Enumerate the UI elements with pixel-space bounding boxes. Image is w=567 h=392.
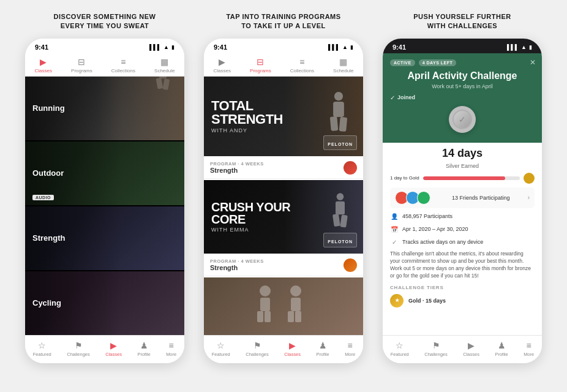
progress-track — [423, 176, 520, 180]
cc-info-bar: PROGRAM · 4 WEEKS Strength — [204, 255, 363, 276]
gold-tier-medal: ★ — [390, 294, 404, 307]
calendar-icon: 📅 — [390, 226, 399, 233]
program-crush-core[interactable]: CRUSH YOURCORE WITH EMMA PELOTON — [204, 180, 363, 254]
challenge-header: ACTIVE 4 DAYS LEFT ✕ April Activity Chal… — [383, 53, 542, 143]
challenges-label-3: Challenges — [424, 352, 448, 357]
class-strength[interactable]: Strength — [25, 206, 184, 270]
svg-rect-10 — [332, 214, 340, 227]
featured-label-2: Featured — [212, 352, 230, 357]
cc-meta: PROGRAM · 4 WEEKS — [210, 258, 264, 264]
bottom-featured-1[interactable]: ☆ Featured — [33, 341, 51, 357]
panel3-title: PUSH YOURSELF FURTHER WITH CHALLENGES — [413, 12, 511, 31]
svg-rect-13 — [260, 298, 270, 311]
classes-icon-2: ▶ — [219, 57, 225, 67]
cc-avatar — [344, 258, 357, 272]
class-outdoor[interactable]: Outdoor AUDIO — [25, 141, 184, 205]
running-label: Running — [32, 104, 65, 113]
bottom-classes-2[interactable]: ▶ Classes — [284, 341, 301, 357]
bottom-more-3[interactable]: ≡ More — [524, 341, 534, 357]
bottom-classes-3[interactable]: ▶ Classes — [463, 341, 479, 357]
status-icons-1: ▌▌▌ ▲ ▮ — [149, 44, 175, 50]
panel1-title: DISCOVER SOMETHING NEW EVERY TIME YOU SW… — [54, 12, 156, 31]
bottom-profile-1[interactable]: ♟ Profile — [137, 341, 150, 357]
more-icon-2: ≡ — [348, 341, 353, 350]
schedule-label: Schedule — [154, 68, 175, 74]
tab-collections-2[interactable]: ≡ Collections — [290, 57, 314, 74]
featured-icon: ☆ — [38, 341, 46, 350]
tab-schedule-2[interactable]: ▦ Schedule — [333, 57, 353, 74]
peloton-badge-1: PELOTON — [323, 135, 357, 150]
tab-collections-1[interactable]: ≡ Collections — [111, 57, 135, 74]
phone-frame-2: 9:41 ▌▌▌ ▲ ▮ ▶ Classes ⊟ Programs ≡ — [204, 39, 363, 363]
cycling-label: Cycling — [32, 298, 61, 307]
profile-icon-3: ♟ — [498, 341, 506, 350]
bottom-featured-2[interactable]: ☆ Featured — [212, 341, 230, 357]
friends-row[interactable]: 13 Friends Participating › — [390, 187, 535, 208]
svg-rect-6 — [330, 116, 339, 131]
svg-point-16 — [290, 285, 301, 296]
bottom-profile-3[interactable]: ♟ Profile — [495, 341, 508, 357]
bottom-more-1[interactable]: ≡ More — [166, 341, 176, 357]
tab-classes-2[interactable]: ▶ Classes — [214, 57, 231, 74]
main-container: DISCOVER SOMETHING NEW EVERY TIME YOU SW… — [0, 0, 567, 392]
class-running[interactable]: Running — [25, 77, 184, 140]
close-button[interactable]: ✕ — [530, 58, 536, 67]
outdoor-label: Outdoor — [32, 168, 64, 178]
bottom-classes-1[interactable]: ▶ Classes — [105, 341, 122, 357]
tab-schedule-1[interactable]: ▦ Schedule — [154, 57, 175, 74]
class-cycling[interactable]: Cycling — [25, 271, 184, 335]
tab-programs-1[interactable]: ⊟ Programs — [71, 57, 92, 74]
svg-rect-3 — [163, 78, 170, 90]
ts-info-left: PROGRAM · 4 WEEKS Strength — [210, 161, 264, 174]
classes-bottom-label: Classes — [105, 352, 122, 357]
svg-rect-17 — [291, 298, 301, 311]
peloton-badge-2: PELOTON — [323, 233, 357, 247]
svg-rect-19 — [295, 311, 301, 322]
more-label-3: More — [524, 352, 534, 357]
status-bar-2: 9:41 ▌▌▌ ▲ ▮ — [204, 39, 363, 53]
collections-label-2: Collections — [290, 68, 314, 74]
battery-icon: ▮ — [171, 44, 175, 50]
battery-icon-3: ▮ — [529, 44, 532, 50]
friends-count: 13 Friends Participating — [452, 195, 510, 201]
schedule-icon: ▦ — [160, 57, 168, 67]
bottom-profile-2[interactable]: ♟ Profile — [316, 341, 329, 357]
wifi-icon: ▲ — [163, 44, 169, 50]
profile-label-2: Profile — [316, 352, 329, 357]
time-1: 9:41 — [35, 43, 48, 51]
tab-programs-2[interactable]: ⊟ Programs — [250, 57, 271, 74]
cc-title: CRUSH YOURCORE — [211, 201, 290, 225]
challenge-description: This challenge isn't about the metrics, … — [390, 251, 535, 280]
joined-label: Joined — [397, 94, 415, 100]
bottom-featured-3[interactable]: ☆ Featured — [391, 341, 409, 357]
challenges-icon-2: ⚑ — [253, 341, 261, 350]
cc-info-left: PROGRAM · 4 WEEKS Strength — [210, 258, 264, 271]
svg-rect-18 — [288, 311, 294, 322]
challenges-label-2: Challenges — [246, 352, 269, 357]
tab-classes-1[interactable]: ▶ Classes — [35, 57, 52, 74]
wifi-icon-3: ▲ — [521, 44, 527, 50]
bottom-nav-2: ☆ Featured ⚑ Challenges ▶ Classes ♟ Prof… — [204, 335, 363, 363]
svg-rect-11 — [340, 214, 348, 227]
friend-avatar-3 — [417, 191, 430, 205]
nav-tabs-2: ▶ Classes ⊟ Programs ≡ Collections ▦ Sch… — [204, 53, 363, 77]
schedule-label-2: Schedule — [333, 68, 353, 74]
strength-overlay: Strength — [25, 206, 184, 270]
panel-programs: TAP INTO TRAINING PROGRAMS TO TAKE IT UP… — [198, 12, 369, 363]
cc-with: WITH EMMA — [211, 227, 290, 233]
classes-list: Running Outdoor AUDIO — [25, 77, 184, 335]
status-icons-3: ▌▌▌ ▲ ▮ — [507, 44, 532, 50]
running-person-icon — [148, 77, 178, 101]
collections-icon: ≡ — [121, 57, 126, 67]
classes-bottom-icon: ▶ — [110, 341, 117, 350]
bottom-challenges-2[interactable]: ⚑ Challenges — [246, 341, 269, 357]
programs-list: TOTALSTRENGTH WITH ANDY PELOTON PROGRAM … — [204, 77, 363, 335]
program-third[interactable] — [204, 277, 363, 335]
bottom-challenges-1[interactable]: ⚑ Challenges — [67, 341, 90, 357]
bottom-challenges-3[interactable]: ⚑ Challenges — [424, 341, 448, 357]
cc-text-block: CRUSH YOURCORE WITH EMMA — [211, 201, 290, 233]
profile-label-1: Profile — [137, 352, 150, 357]
program-total-strength[interactable]: TOTALSTRENGTH WITH ANDY PELOTON — [204, 77, 363, 156]
time-2: 9:41 — [214, 43, 227, 51]
bottom-more-2[interactable]: ≡ More — [345, 341, 355, 357]
